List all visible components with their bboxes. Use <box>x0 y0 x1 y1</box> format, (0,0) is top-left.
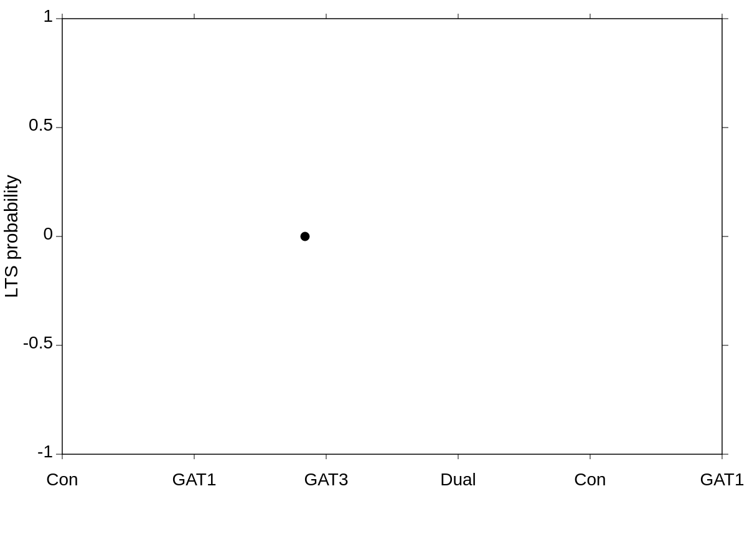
x-tick-label-con1: Con <box>46 470 78 489</box>
x-tick-label-gat3: GAT3 <box>304 470 348 489</box>
chart-container: 1 0.5 0 -0.5 -1 Con GAT1 GAT3 Dual Con G… <box>0 0 747 560</box>
x-tick-label-gat1-2: GAT1 <box>700 470 744 489</box>
x-tick-label-gat1: GAT1 <box>172 470 216 489</box>
y-tick-label-0: 0 <box>43 224 53 243</box>
y-tick-label-1: 1 <box>43 6 53 26</box>
scatter-plot: 1 0.5 0 -0.5 -1 Con GAT1 GAT3 Dual Con G… <box>0 0 747 560</box>
y-tick-label-05: 0.5 <box>29 115 53 134</box>
y-tick-label-n05: -0.5 <box>23 333 53 352</box>
x-tick-label-con2: Con <box>574 470 606 489</box>
data-point-gat3-0 <box>301 232 309 241</box>
y-tick-label-n1: -1 <box>37 442 53 461</box>
x-tick-label-dual: Dual <box>440 470 476 489</box>
y-axis-label: LTS probability <box>1 175 21 298</box>
chart-frame <box>62 19 722 454</box>
